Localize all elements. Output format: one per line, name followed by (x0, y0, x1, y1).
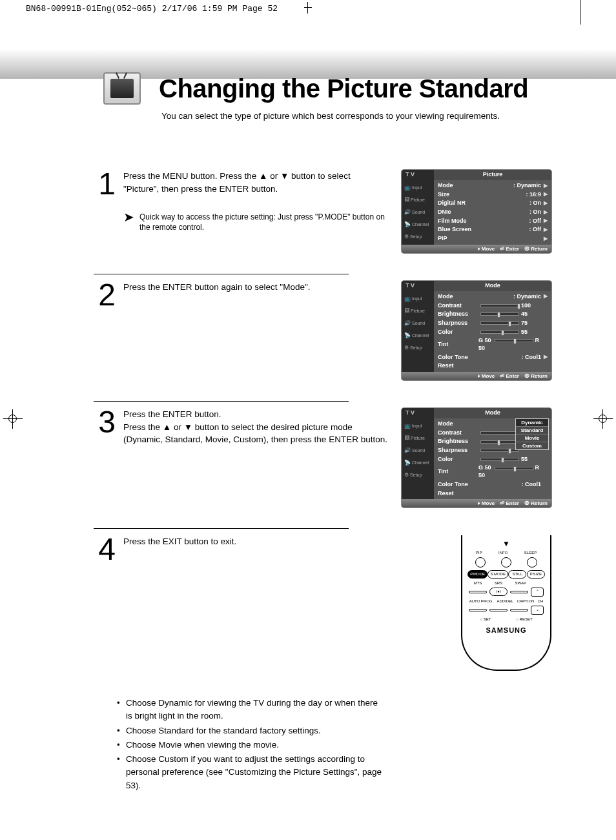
menu-sidebar: 📺Input 🖼Picture 🔊Sound 📡Channel ⚙Setup (402, 180, 434, 245)
step-text: Press the ENTER button again to select "… (123, 282, 310, 292)
menu-title: Picture (434, 170, 551, 180)
crop-mark-top (304, 2, 312, 14)
step-text: Press the EXIT button to exit. (123, 537, 236, 546)
note-arrow-icon: ➤ (123, 210, 134, 232)
step-number: 4 (94, 535, 116, 671)
menu-tv-label: T V (402, 170, 434, 180)
crop-mark-top-right (580, 0, 580, 25)
page-title: Changing the Picture Standard (159, 74, 528, 103)
step-4: 4 Press the EXIT button to exit. ▼ PIP I… (94, 531, 551, 671)
remote-control-diagram: ▼ PIP INFO SLEEP P.MODE S.MODE STILL P.S… (461, 535, 551, 671)
step-text: Press the ENTER button. Press the ▲ or ▼… (123, 409, 387, 444)
step-number: 3 (94, 408, 116, 507)
quick-note-text: Quick way to access the picture setting:… (139, 212, 387, 232)
step-text: Press the MENU button. Press the ▲ or ▼ … (123, 171, 351, 194)
osd-menu-mode: T V Mode 📺Input 🖼Picture 🔊Sound 📡Channel… (402, 281, 551, 380)
step-3: 3 Press the ENTER button. Press the ▲ or… (94, 404, 551, 507)
menu-footer: ♦ Move ⏎ Enter ⦿ Return (402, 245, 551, 253)
step-number: 2 (94, 281, 116, 380)
step-number: 1 (94, 170, 116, 253)
osd-menu-mode-dropdown: T V Mode 📺Input 🖼Picture 🔊Sound 📡Channel… (402, 408, 551, 507)
remote-brand: SAMSUNG (467, 626, 545, 634)
mode-description-list: Choose Dynamic for viewing the TV during… (94, 697, 384, 792)
page-subtitle: You can select the type of picture which… (0, 111, 616, 121)
mode-dropdown: Dynamic Standard Movie Custom (515, 418, 549, 450)
tv-icon (103, 72, 141, 105)
step-1: 1 Press the MENU button. Press the ▲ or … (94, 166, 551, 253)
osd-menu-picture: T V Picture 📺Input 🖼Picture 🔊Sound 📡Chan… (402, 170, 551, 253)
step-2: 2 Press the ENTER button again to select… (94, 277, 551, 380)
pmode-button: P.MODE (467, 570, 488, 578)
